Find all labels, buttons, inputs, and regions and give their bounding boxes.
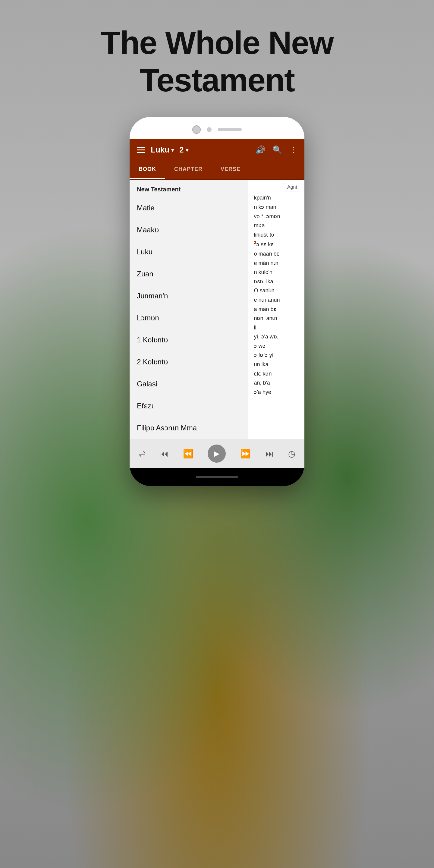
search-icon[interactable]: 🔍 — [273, 145, 282, 155]
camera-icon — [192, 125, 201, 134]
tab-bar: BOOK CHAPTER VERSE — [130, 161, 304, 180]
chapter-dropdown-arrow: ▾ — [186, 147, 188, 153]
rewind-icon[interactable]: ⏪ — [183, 449, 193, 459]
tab-verse[interactable]: VERSE — [212, 161, 250, 179]
more-options-icon[interactable]: ⋮ — [289, 145, 297, 155]
list-item[interactable]: Galasi — [130, 373, 248, 395]
list-item[interactable]: Junman'n — [130, 285, 248, 307]
book-label: Luku — [151, 145, 169, 155]
skip-forward-icon[interactable]: ⏭ — [265, 449, 274, 459]
section-header: New Testament — [130, 180, 248, 197]
book-list: New Testament Matie Maakʋ Luku Zuan Junm… — [130, 180, 248, 439]
fast-forward-icon[interactable]: ⏩ — [240, 449, 251, 459]
topbar-icons: 🔊 🔍 ⋮ — [255, 145, 297, 155]
volume-icon[interactable]: 🔊 — [255, 145, 265, 155]
tab-book[interactable]: BOOK — [130, 161, 165, 179]
list-item[interactable]: Zuan — [130, 263, 248, 285]
list-item[interactable]: Filipʋ Asɔnɩn Mma — [130, 417, 248, 439]
phone-bottom-bar — [130, 468, 304, 486]
play-button[interactable]: ▶ — [208, 444, 226, 463]
play-icon: ▶ — [214, 450, 219, 458]
list-item[interactable]: Maakʋ — [130, 219, 248, 241]
menu-icon[interactable] — [137, 147, 145, 153]
list-item[interactable]: Matie — [130, 197, 248, 219]
home-indicator — [196, 476, 238, 478]
list-item[interactable]: Lɔmʋn — [130, 307, 248, 329]
page-title: The Whole New Testament — [82, 24, 352, 99]
tab-chapter[interactable]: CHAPTER — [165, 161, 212, 179]
book-dropdown-arrow: ▾ — [171, 147, 174, 153]
book-selector[interactable]: Luku ▾ — [151, 145, 174, 155]
list-item[interactable]: 2 Kolʋntʋ — [130, 351, 248, 373]
bible-text-panel: Agni kpain'n n kɔ man vo *Lɔmʋn mʋa lini… — [248, 180, 304, 439]
phone-frame: Luku ▾ 2 ▾ 🔊 🔍 ⋮ BOOK CHAPTER VERSE New … — [130, 117, 304, 486]
skip-back-icon[interactable]: ⏮ — [160, 449, 168, 459]
list-item[interactable]: Luku — [130, 241, 248, 263]
bible-text: kpain'n n kɔ man vo *Lɔmʋn mʋa liniusɩ t… — [254, 193, 299, 397]
repeat-icon[interactable]: ⇌ — [138, 449, 146, 459]
chapter-selector[interactable]: 2 ▾ — [179, 145, 188, 155]
phone-notch — [130, 117, 304, 139]
chapter-label: 2 — [179, 145, 184, 155]
speed-icon[interactable]: ◷ — [288, 449, 296, 459]
app-topbar: Luku ▾ 2 ▾ 🔊 🔍 ⋮ — [130, 139, 304, 161]
player-bar: ⇌ ⏮ ⏪ ▶ ⏩ ⏭ ◷ — [130, 439, 304, 468]
speaker — [218, 128, 242, 131]
list-item[interactable]: 1 Kolʋntʋ — [130, 329, 248, 351]
list-item[interactable]: Efɛzɩ — [130, 395, 248, 417]
agni-badge: Agni — [284, 183, 300, 191]
main-content: New Testament Matie Maakʋ Luku Zuan Junm… — [130, 180, 304, 439]
sensor-dot — [207, 127, 212, 132]
